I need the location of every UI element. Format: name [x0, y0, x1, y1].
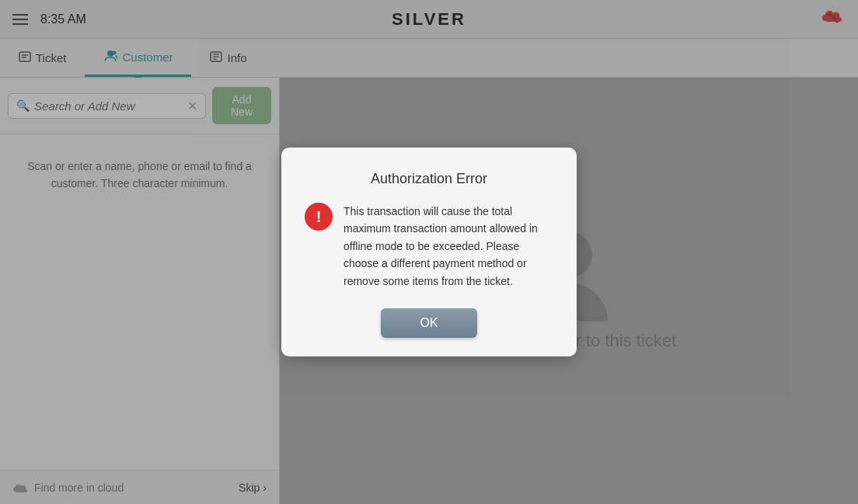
error-icon: !	[305, 203, 333, 231]
modal-message: This transaction will cause the total ma…	[344, 203, 553, 290]
authorization-error-modal: Authorization Error ! This transaction w…	[281, 148, 577, 356]
ok-button[interactable]: OK	[381, 308, 476, 338]
modal-body: ! This transaction will cause the total …	[305, 203, 553, 290]
modal-title: Authorization Error	[305, 171, 553, 187]
modal-backdrop: Authorization Error ! This transaction w…	[0, 0, 858, 504]
